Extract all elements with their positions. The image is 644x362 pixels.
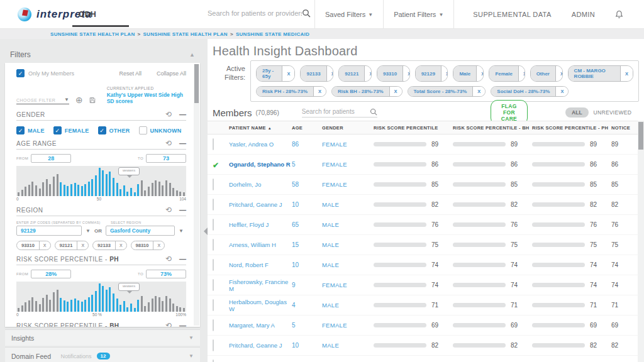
toggle-all[interactable]: ALL	[565, 107, 589, 118]
search-icon[interactable]	[302, 9, 311, 18]
remove-chip-icon[interactable]: X	[364, 66, 371, 81]
collapse-all-link[interactable]: Collapse All	[157, 70, 186, 77]
checkbox[interactable]: ✓	[16, 126, 25, 134]
flagged-check-cell[interactable]: ✔	[213, 159, 229, 170]
collapse-minus-icon[interactable]: —	[179, 322, 186, 327]
row-checkbox-cell[interactable]	[213, 179, 229, 190]
toggle-unreviewed[interactable]: UNREVIEWED	[594, 109, 632, 116]
zip-chip[interactable]: 98310X	[131, 241, 165, 250]
col-risk-score-ph[interactable]: RISK SCORE PERCENTILE - PH	[532, 125, 611, 131]
remove-chip-icon[interactable]: X	[555, 66, 563, 81]
patient-filters-menu[interactable]: Patient Filters ▼	[384, 0, 454, 29]
chevron-down-icon[interactable]: ▼	[86, 228, 91, 234]
active-filter-chip[interactable]: OtherX	[530, 65, 563, 82]
gender-option-unknown[interactable]: UNKNOWN	[139, 126, 182, 134]
insights-section[interactable]: Insights ▼	[5, 329, 200, 346]
table-scrollbar-thumb[interactable]	[638, 122, 643, 150]
sidebar-collapse-handle[interactable]	[200, 228, 208, 235]
remove-chip-icon[interactable]: X	[555, 87, 568, 96]
domain-feed-section[interactable]: Domain Feed Notifications 12 ▼	[5, 347, 200, 362]
risk-ph-from-input[interactable]: 28%	[31, 270, 71, 278]
table-row[interactable]: Nord, Robert F10MALE74747474	[208, 255, 638, 275]
active-filter-chip[interactable]: 92121X	[338, 65, 372, 82]
collapse-minus-icon[interactable]: —	[179, 140, 186, 147]
row-checkbox[interactable]	[213, 239, 214, 251]
col-notice[interactable]: NOTICE	[611, 125, 639, 131]
patient-name-link[interactable]: Arness, William H	[229, 241, 292, 248]
remove-chip-icon[interactable]: X	[441, 66, 448, 81]
table-row[interactable]: Herbalboum, Douglas W4MALE71717171	[208, 295, 638, 315]
col-risk-score-bh[interactable]: RISK SCORE PERCENTILE - BH	[453, 125, 532, 131]
table-row[interactable]: Margaret, Mary A5FEMALE69696969	[208, 315, 638, 336]
refresh-icon[interactable]: ⟲	[165, 140, 172, 147]
row-checkbox-cell[interactable]	[213, 320, 229, 331]
gender-option-female[interactable]: ✓FEMALE	[53, 126, 89, 134]
row-checkbox[interactable]	[213, 319, 214, 331]
gender-option-other[interactable]: ✓OTHER	[98, 126, 130, 134]
remove-chip-icon[interactable]: X	[402, 66, 409, 81]
zip-chip[interactable]: 92133X	[92, 241, 127, 250]
remove-chip-icon[interactable]: X	[77, 242, 88, 249]
table-row[interactable]: Yasler, Andrea O86FEMALE89898989	[208, 134, 638, 155]
add-filter-icon[interactable]: ⊕	[75, 96, 83, 104]
patient-search-input[interactable]	[302, 108, 370, 115]
refresh-icon[interactable]: ⟲	[165, 206, 172, 214]
table-row[interactable]: Fisherowsky, Francine M9FEMALE74747474	[208, 275, 638, 295]
remove-chip-icon[interactable]: X	[389, 87, 402, 96]
active-filter-chip[interactable]: Total Score - 28%-73%X	[408, 86, 486, 97]
active-filter-chip[interactable]: Risk BH - 28%-73%X	[331, 86, 402, 97]
save-filter-icon[interactable]	[89, 96, 96, 104]
patient-name-link[interactable]: Ognardd, Stephano R	[229, 161, 292, 168]
remove-chip-icon[interactable]: X	[518, 66, 525, 81]
notifications-bell[interactable]	[605, 0, 633, 29]
age-range-histogram[interactable]: MEMBERS	[16, 166, 186, 196]
patient-name-link[interactable]: Dorhelm, Jo	[229, 181, 292, 188]
region-select[interactable]: Gasford County	[106, 226, 175, 236]
row-checkbox-cell[interactable]	[213, 300, 229, 311]
row-checkbox-cell[interactable]	[213, 219, 229, 231]
patient-name-link[interactable]: Fisherowsky, Francine M	[229, 278, 292, 292]
active-filter-chip[interactable]: 92129X	[415, 65, 448, 82]
row-checkbox-cell[interactable]	[213, 340, 229, 351]
patient-name-link[interactable]: Yasler, Andrea O	[229, 141, 292, 148]
col-risk-score[interactable]: RISK SCORE PERCENTILE	[374, 125, 453, 131]
collapse-minus-icon[interactable]: —	[179, 256, 186, 263]
zip-chip[interactable]: 93310X	[16, 241, 51, 250]
patient-name-link[interactable]: Heffler, Floyd J	[229, 221, 292, 228]
row-checkbox[interactable]	[213, 178, 214, 190]
row-checkbox-cell[interactable]	[213, 199, 229, 211]
row-checkbox[interactable]	[213, 259, 214, 271]
breadcrumb-item[interactable]: SUNSHINE STATE HEALTH PLAN	[143, 31, 227, 37]
collapse-up-icon[interactable]: ▲	[189, 52, 195, 58]
col-patient-name[interactable]: PATIENT NAME▲	[229, 125, 292, 131]
row-checkbox-cell[interactable]	[213, 139, 229, 150]
risk-ph-histogram[interactable]: MEMBERS	[16, 282, 186, 312]
active-filter-chip[interactable]: MaleX	[453, 65, 484, 82]
breadcrumb-item[interactable]: SUNSHINE STATE MEDICAID	[236, 31, 309, 37]
table-row[interactable]: Dorhelm, Jo58FEMALE85858585	[208, 175, 638, 195]
only-my-members-checkbox[interactable]: ✓	[16, 69, 25, 77]
global-search[interactable]	[208, 9, 314, 18]
active-filter-chip[interactable]: Social DoH - 28%-73%X	[491, 86, 569, 97]
row-checkbox[interactable]	[213, 279, 214, 291]
active-filter-chip[interactable]: CM - MARGO ROBBIEX	[568, 65, 633, 82]
row-checkbox-cell[interactable]	[213, 280, 229, 291]
table-row[interactable]: ✔Ognardd, Stephano R5FEMALE86868686	[208, 155, 638, 175]
patient-name-link[interactable]: Pritchard, Geanne J	[229, 342, 292, 349]
active-filter-chip[interactable]: FemaleX	[489, 65, 525, 82]
active-filter-chip[interactable]: 25y - 65yX	[256, 65, 295, 82]
table-row[interactable]: Heffler, Floyd J65MALE76767676	[208, 356, 638, 362]
row-checkbox-cell[interactable]	[213, 260, 229, 271]
remove-chip-icon[interactable]: X	[153, 242, 164, 249]
table-row[interactable]: Heffler, Floyd J65MALE76767676	[208, 215, 638, 235]
choose-filter-select[interactable]: CHOOSE FILTER ▼	[16, 97, 69, 104]
remove-chip-icon[interactable]: X	[40, 242, 50, 249]
col-age[interactable]: AGE	[292, 125, 322, 131]
currently-applied-filter-link[interactable]: Kathy's Upper West Side High SD scores	[107, 92, 186, 104]
patient-name-link[interactable]: Pritchard, Geanne J	[229, 201, 292, 208]
row-checkbox[interactable]	[213, 199, 214, 211]
active-filter-chip[interactable]: 93310X	[377, 65, 410, 82]
nav-supplemental-data[interactable]: SUPPLEMENTAL DATA	[463, 0, 561, 29]
nav-admin[interactable]: ADMIN	[562, 0, 605, 29]
col-gender[interactable]: GENDER	[322, 125, 374, 131]
